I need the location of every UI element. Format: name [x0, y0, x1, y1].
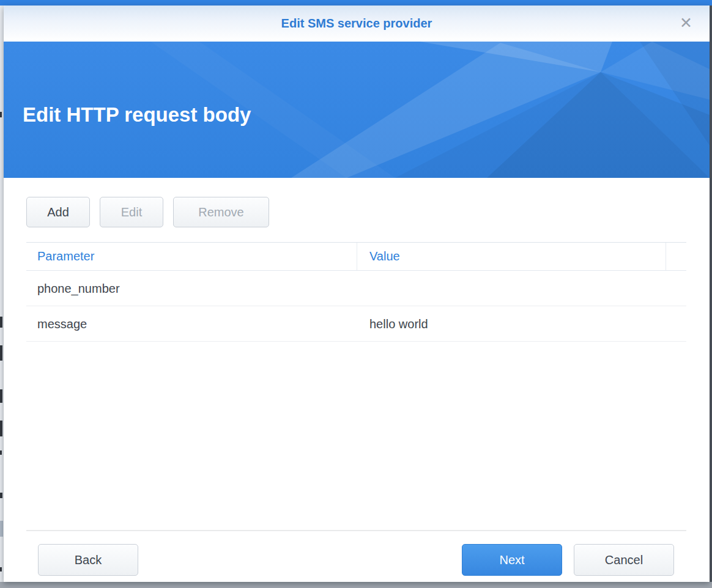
cell-parameter: message [26, 306, 357, 341]
remove-button[interactable]: Remove [173, 197, 269, 227]
toolbar: Add Edit Remove [26, 197, 269, 227]
cell-value [357, 271, 666, 306]
column-header-spacer [666, 243, 686, 270]
dialog-edge-shadow [710, 6, 712, 582]
edit-sms-provider-dialog: Edit SMS service provider ✕ Edit HTTP re… [4, 6, 710, 582]
cell-parameter: phone_number [26, 271, 357, 306]
table-row-phone-number[interactable]: phone_number [26, 271, 686, 306]
background-top-bar [0, 0, 712, 6]
column-header-value[interactable]: Value [357, 243, 666, 270]
dialog-title: Edit SMS service provider [4, 6, 710, 42]
next-button[interactable]: Next [462, 544, 562, 576]
banner: Edit HTTP request body [4, 42, 710, 178]
table-row-message[interactable]: message hello world [26, 306, 686, 342]
cell-value: hello world [357, 306, 666, 341]
cancel-button[interactable]: Cancel [574, 544, 674, 576]
footer-separator [26, 530, 686, 531]
cell-spacer [666, 306, 686, 341]
dialog-titlebar: Edit SMS service provider ✕ [4, 6, 710, 42]
parameters-table: Parameter Value phone_number message hel… [26, 242, 686, 342]
column-header-parameter[interactable]: Parameter [26, 243, 357, 270]
add-button[interactable]: Add [26, 197, 90, 227]
back-button[interactable]: Back [38, 544, 138, 576]
banner-title: Edit HTTP request body [23, 103, 251, 127]
cell-spacer [666, 271, 686, 306]
edit-button[interactable]: Edit [100, 197, 163, 227]
table-header-row: Parameter Value [26, 242, 686, 271]
background-bottom-edge [0, 582, 712, 588]
close-icon[interactable]: ✕ [680, 6, 692, 40]
